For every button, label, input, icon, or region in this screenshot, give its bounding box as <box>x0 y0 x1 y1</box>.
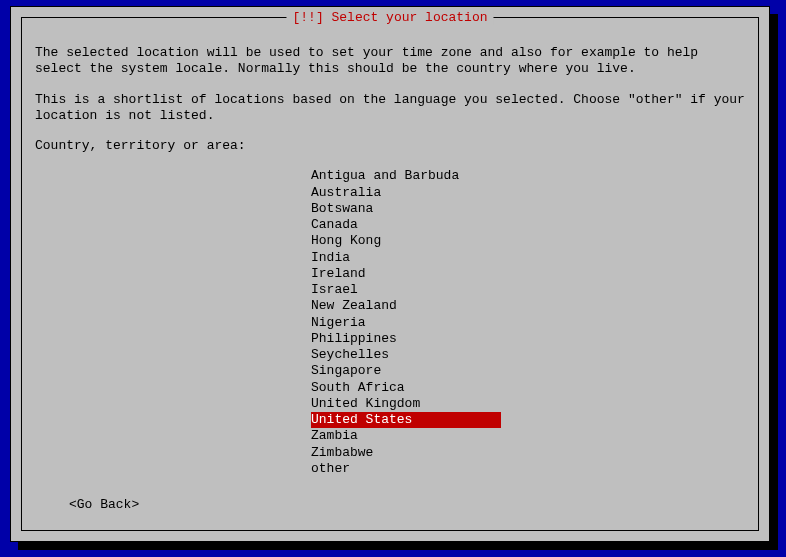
list-item[interactable]: New Zealand <box>311 298 745 314</box>
list-item[interactable]: Philippines <box>311 331 745 347</box>
description-paragraph-1: The selected location will be used to se… <box>35 45 745 78</box>
dialog-window: [!!] Select your location The selected l… <box>10 6 770 542</box>
dialog-title: [!!] Select your location <box>286 10 493 25</box>
list-item[interactable]: Nigeria <box>311 315 745 331</box>
list-item[interactable]: South Africa <box>311 380 745 396</box>
list-item[interactable]: United Kingdom <box>311 396 745 412</box>
list-item[interactable]: Canada <box>311 217 745 233</box>
list-item[interactable]: Singapore <box>311 363 745 379</box>
list-item[interactable]: Zambia <box>311 428 745 444</box>
dialog-content: The selected location will be used to se… <box>35 45 745 517</box>
list-item[interactable]: Antigua and Barbuda <box>311 168 745 184</box>
description-paragraph-2: This is a shortlist of locations based o… <box>35 92 745 125</box>
location-list[interactable]: Antigua and BarbudaAustraliaBotswanaCana… <box>311 168 745 477</box>
go-back-button[interactable]: <Go Back> <box>69 497 139 513</box>
list-item[interactable]: Australia <box>311 185 745 201</box>
list-item[interactable]: Ireland <box>311 266 745 282</box>
list-item[interactable]: India <box>311 250 745 266</box>
list-item[interactable]: Israel <box>311 282 745 298</box>
field-prompt: Country, territory or area: <box>35 138 745 154</box>
list-item[interactable]: other <box>311 461 745 477</box>
list-item[interactable]: Botswana <box>311 201 745 217</box>
list-item[interactable]: Hong Kong <box>311 233 745 249</box>
list-item[interactable]: United States <box>311 412 501 428</box>
list-item[interactable]: Seychelles <box>311 347 745 363</box>
list-item[interactable]: Zimbabwe <box>311 445 745 461</box>
